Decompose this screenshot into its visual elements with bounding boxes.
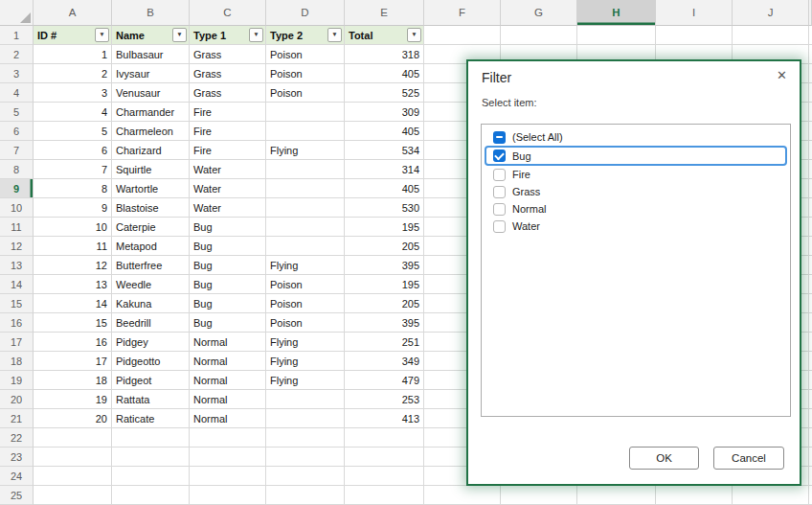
cell-B17[interactable]: Pidgey [112,333,190,352]
ok-button[interactable]: OK [629,447,699,470]
cell-C23[interactable] [190,448,266,467]
cell-B14[interactable]: Weedle [112,275,190,294]
cell-C16[interactable]: Bug [190,313,266,333]
row-header-23[interactable]: 23 [0,448,34,467]
cell-B4[interactable]: Venusaur [112,83,190,103]
cell-A1[interactable]: ID #▼ [34,26,112,45]
cell-D1[interactable]: Type 2▼ [266,26,345,45]
cell-C15[interactable]: Bug [190,294,266,313]
cell-E12[interactable]: 205 [345,237,424,256]
column-header-F[interactable]: F [424,0,501,26]
cell-A23[interactable] [34,448,112,467]
cell-E18[interactable]: 349 [345,352,424,371]
row-header-2[interactable]: 2 [0,45,34,64]
cell-C9[interactable]: Water [190,179,266,198]
cell-B11[interactable]: Caterpie [112,218,190,237]
cell-E7[interactable]: 534 [345,141,424,160]
filter-option-bug[interactable]: Bug [485,146,787,166]
cell-E14[interactable]: 195 [345,275,424,294]
cell-A15[interactable]: 14 [34,294,112,313]
column-header-D[interactable]: D [266,0,345,26]
cell-D16[interactable]: Poison [266,313,345,333]
cell-H25[interactable] [577,486,656,505]
cell-C20[interactable]: Normal [190,390,266,409]
column-header-E[interactable]: E [345,0,424,26]
cell-B2[interactable]: Bulbasaur [112,45,190,64]
cell-B9[interactable]: Wartortle [112,179,190,198]
cell-A14[interactable]: 13 [34,275,112,294]
cell-B1[interactable]: Name▼ [112,26,190,45]
cell-C21[interactable]: Normal [190,409,266,428]
cell-A18[interactable]: 17 [34,352,112,371]
cell-D14[interactable]: Poison [266,275,345,294]
cell-A11[interactable]: 10 [34,218,112,237]
cell-A5[interactable]: 4 [34,103,112,122]
cell-A4[interactable]: 3 [34,83,112,103]
cell-B21[interactable]: Raticate [112,409,190,428]
cell-D7[interactable]: Flying [266,141,345,160]
cell-C11[interactable]: Bug [190,218,266,237]
checkbox-unchecked-icon[interactable] [493,186,506,198]
select-all-corner[interactable] [0,0,34,26]
row-header-14[interactable]: 14 [0,275,34,294]
row-header-7[interactable]: 7 [0,141,34,160]
cell-E23[interactable] [345,448,424,467]
cell-C6[interactable]: Fire [190,122,266,141]
cell-C25[interactable] [190,486,266,505]
cell-D15[interactable]: Poison [266,294,345,313]
filter-option-normal[interactable]: Normal [482,200,790,218]
cell-D13[interactable]: Flying [266,256,345,275]
cell-B24[interactable] [112,467,190,486]
cell-A13[interactable]: 12 [34,256,112,275]
cell-D19[interactable]: Flying [266,371,345,390]
cell-D11[interactable] [266,218,345,237]
cell-C22[interactable] [190,428,266,448]
cell-E9[interactable]: 405 [345,179,424,198]
cell-D5[interactable] [266,103,345,122]
row-header-19[interactable]: 19 [0,371,34,390]
row-header-15[interactable]: 15 [0,294,34,313]
filter-option-fire[interactable]: Fire [482,166,790,183]
cell-A9[interactable]: 8 [34,179,112,198]
cell-B19[interactable]: Pidgeot [112,371,190,390]
checkbox-checked-icon[interactable] [493,149,506,162]
cell-B16[interactable]: Beedrill [112,313,190,333]
cell-E22[interactable] [345,428,424,448]
cell-E25[interactable] [345,486,424,505]
cell-C14[interactable]: Bug [190,275,266,294]
cell-D20[interactable] [266,390,345,409]
cell-C7[interactable]: Fire [190,141,266,160]
column-header-J[interactable]: J [733,0,809,26]
cell-B5[interactable]: Charmander [112,103,190,122]
row-header-1[interactable]: 1 [0,26,34,45]
column-header-H[interactable]: H [577,0,656,26]
filter-button-B[interactable]: ▼ [172,28,187,42]
cell-A17[interactable]: 16 [34,333,112,352]
cell-A10[interactable]: 9 [34,198,112,218]
cell-C24[interactable] [190,467,266,486]
cell-A2[interactable]: 1 [34,45,112,64]
cell-C17[interactable]: Normal [190,333,266,352]
cell-A16[interactable]: 15 [34,313,112,333]
checkbox-unchecked-icon[interactable] [493,169,506,181]
cell-D6[interactable] [266,122,345,141]
cell-A24[interactable] [34,467,112,486]
cell-C2[interactable]: Grass [190,45,266,64]
cell-C4[interactable]: Grass [190,83,266,103]
filter-button-E[interactable]: ▼ [407,28,421,42]
cell-D10[interactable] [266,198,345,218]
row-header-18[interactable]: 18 [0,352,34,371]
row-header-25[interactable]: 25 [0,486,34,505]
cell-E10[interactable]: 530 [345,198,424,218]
row-header-3[interactable]: 3 [0,64,34,83]
cell-E21[interactable]: 413 [345,409,424,428]
cell-D4[interactable]: Poison [266,83,345,103]
cell-B7[interactable]: Charizard [112,141,190,160]
cell-A21[interactable]: 20 [34,409,112,428]
cell-D18[interactable]: Flying [266,352,345,371]
cell-C10[interactable]: Water [190,198,266,218]
row-header-22[interactable]: 22 [0,428,34,448]
cell-J25[interactable] [733,486,809,505]
cell-C8[interactable]: Water [190,160,266,179]
cell-E4[interactable]: 525 [345,83,424,103]
